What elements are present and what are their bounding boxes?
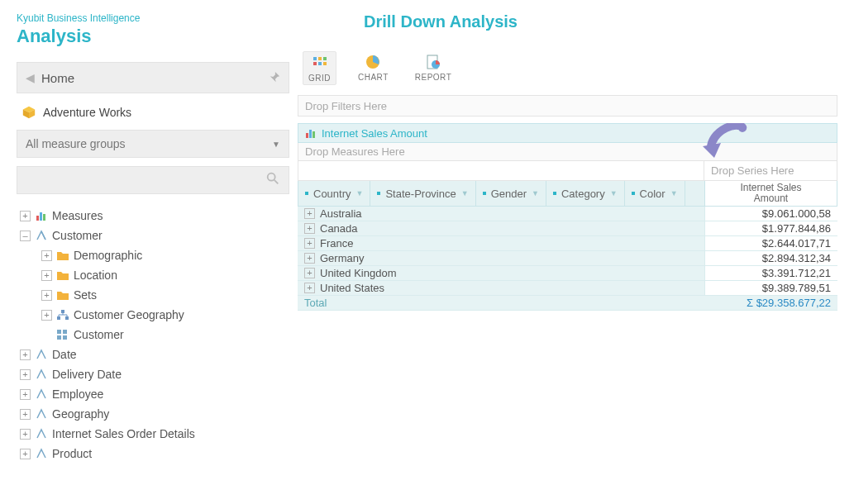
tree-node-demographic[interactable]: + Demographic	[17, 245, 289, 265]
search-icon	[265, 171, 280, 190]
tree-node-isod[interactable]: + Internet Sales Order Details	[17, 424, 289, 444]
expand-icon[interactable]: +	[41, 290, 52, 301]
tree-label: Product	[52, 447, 92, 460]
tree-node-employee[interactable]: + Employee	[17, 384, 289, 404]
table-row: +Germany$2.894.312,34	[298, 251, 837, 266]
tree-node-date[interactable]: + Date	[17, 345, 289, 364]
measures-drop-zone[interactable]: Drop Measures Here	[298, 143, 837, 161]
measures-icon	[36, 210, 47, 221]
tree-label: Customer	[52, 229, 103, 242]
row-value: $3.391.712,21	[705, 266, 837, 280]
series-drop-zone[interactable]: Drop Series Here	[704, 161, 837, 180]
active-measure-chip[interactable]: Internet Sales Amount	[298, 123, 837, 143]
expand-icon[interactable]: +	[20, 389, 31, 400]
tree-node-customer-leaf[interactable]: + Customer	[17, 325, 289, 345]
chevron-down-icon: ▼	[461, 189, 469, 197]
expand-icon[interactable]: +	[20, 369, 31, 380]
result-total-row: Total Σ $29.358.677,22	[298, 296, 837, 311]
expand-icon[interactable]: +	[20, 409, 31, 420]
row-label-cell[interactable]: +United States	[298, 281, 705, 295]
result-grid-body: +Australia$9.061.000,58+Canada$1.977.844…	[298, 207, 837, 296]
category-drop-zone[interactable]	[298, 161, 704, 180]
expand-icon[interactable]: +	[304, 223, 315, 234]
expand-icon[interactable]: +	[304, 208, 315, 219]
svg-rect-17	[323, 57, 327, 60]
dim-chip-label: Category	[561, 188, 605, 200]
tree-node-customer-geography[interactable]: + Customer Geography	[17, 305, 289, 325]
tree-node-location[interactable]: + Location	[17, 265, 289, 285]
cube-label: Adventure Works	[43, 106, 131, 119]
metric-column-header[interactable]: Internet Sales Amount	[704, 181, 837, 206]
measure-group-select[interactable]: All measure groups ▼	[17, 130, 289, 158]
breadcrumb-home-label: Home	[41, 71, 74, 85]
attribute-icon	[57, 330, 69, 340]
breadcrumb-home-bar[interactable]: ◀ Home	[17, 62, 289, 93]
grid-icon	[312, 55, 328, 70]
row-value: $2.644.017,71	[705, 236, 837, 250]
expand-icon[interactable]: +	[304, 283, 315, 293]
sidebar-search[interactable]	[17, 166, 289, 194]
tree-node-sets[interactable]: + Sets	[17, 285, 289, 305]
filters-drop-zone[interactable]: Drop Filters Here	[298, 95, 837, 116]
sidebar: Kyubit Business Intelligence Analysis ◀ …	[17, 12, 289, 504]
expand-icon[interactable]: +	[20, 429, 31, 440]
row-label: United States	[320, 282, 384, 294]
dim-chip-gender[interactable]: Gender▼	[476, 181, 546, 206]
dim-chip-state-province[interactable]: State-Province▼	[370, 181, 475, 206]
row-label-cell[interactable]: +Germany	[298, 251, 705, 265]
svg-rect-18	[313, 62, 317, 65]
dim-chip-category[interactable]: Category▼	[546, 181, 625, 206]
row-value: $1.977.844,86	[705, 221, 837, 235]
viewmode-chart-button[interactable]: CHART	[353, 51, 394, 85]
chevron-down-icon: ▼	[356, 189, 364, 197]
dimension-icon	[36, 388, 47, 400]
folder-icon	[57, 270, 69, 280]
total-value: Σ $29.358.677,22	[705, 296, 837, 310]
expand-icon[interactable]: +	[41, 270, 52, 281]
expand-icon[interactable]: +	[20, 449, 31, 459]
expand-icon[interactable]: +	[304, 253, 315, 264]
row-value: $9.389.789,51	[705, 281, 837, 295]
tree-node-measures[interactable]: + Measures	[17, 206, 289, 226]
page-title: Drill Down Analysis	[298, 12, 837, 31]
svg-rect-6	[40, 212, 42, 221]
dim-chip-country[interactable]: Country▼	[298, 181, 370, 206]
dimension-icon	[36, 428, 47, 440]
tree-node-product[interactable]: + Product	[17, 444, 289, 464]
collapse-icon[interactable]: –	[20, 231, 31, 241]
expand-icon[interactable]: +	[304, 238, 315, 249]
tree-node-geography[interactable]: + Geography	[17, 404, 289, 424]
brand-title: Analysis	[17, 26, 289, 47]
dim-chip-color[interactable]: Color▼	[625, 181, 685, 206]
tree-node-delivery-date[interactable]: + Delivery Date	[17, 364, 289, 384]
filters-drop-label: Drop Filters Here	[305, 100, 387, 112]
search-input[interactable]	[26, 174, 265, 187]
svg-rect-14	[63, 335, 67, 340]
viewmode-grid-button[interactable]: GRID	[303, 51, 336, 85]
tree-node-customer[interactable]: – Customer	[17, 226, 289, 245]
total-label: Total	[298, 296, 705, 310]
row-label-cell[interactable]: +United Kingdom	[298, 266, 705, 280]
expand-icon[interactable]: +	[20, 349, 31, 360]
expand-icon[interactable]: +	[304, 268, 315, 278]
pin-icon[interactable]	[269, 71, 280, 85]
expand-icon[interactable]: +	[20, 211, 31, 221]
viewmode-report-button[interactable]: REPORT	[410, 51, 457, 85]
folder-icon	[57, 290, 69, 300]
row-label-cell[interactable]: +Canada	[298, 221, 705, 235]
tree-label: Delivery Date	[52, 368, 122, 381]
svg-rect-24	[306, 133, 308, 138]
row-label-cell[interactable]: +Australia	[298, 207, 705, 221]
expand-icon[interactable]: +	[41, 310, 52, 321]
tree-label: Internet Sales Order Details	[52, 427, 195, 440]
tree-label: Location	[74, 269, 117, 282]
dim-chip-label: State-Province	[385, 188, 456, 200]
expand-icon[interactable]: +	[41, 250, 52, 261]
cube-label-row[interactable]: Adventure Works	[17, 105, 289, 120]
svg-rect-12	[63, 330, 67, 334]
measure-icon	[305, 128, 317, 138]
chevron-down-icon: ▼	[670, 189, 678, 197]
viewmode-grid-label: GRID	[308, 74, 331, 83]
row-label-cell[interactable]: +France	[298, 236, 705, 250]
svg-rect-11	[57, 330, 61, 334]
